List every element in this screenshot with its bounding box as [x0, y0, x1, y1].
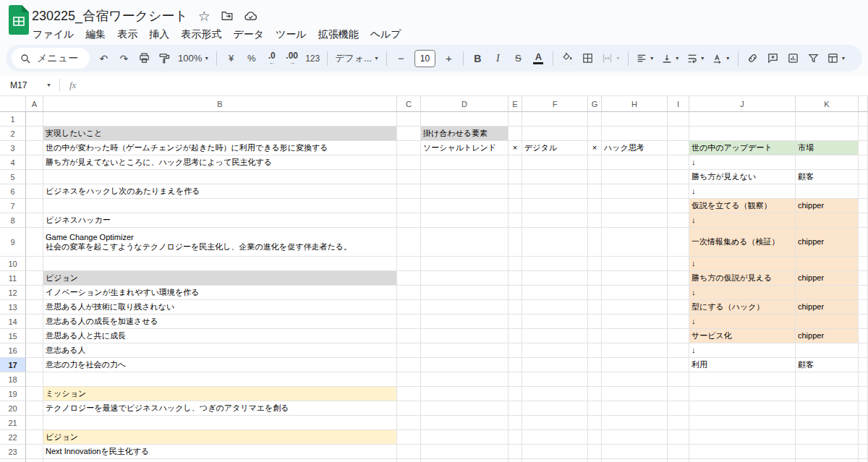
cell-C22[interactable]: [397, 430, 421, 445]
row-header-2[interactable]: 2: [0, 127, 26, 141]
cell-L1[interactable]: [859, 112, 868, 127]
cell-K23[interactable]: [796, 445, 859, 459]
cell-C5[interactable]: [397, 170, 421, 184]
cell-A15[interactable]: [26, 329, 43, 343]
row-header-5[interactable]: 5: [0, 170, 26, 184]
cell-D21[interactable]: [421, 416, 509, 430]
table-button[interactable]: ▼: [825, 48, 848, 68]
cell-D12[interactable]: [421, 286, 509, 300]
cell-G3[interactable]: ×: [588, 141, 602, 155]
cell-K22[interactable]: [796, 430, 859, 445]
cell-G10[interactable]: [588, 257, 602, 271]
cell-G5[interactable]: [588, 170, 602, 184]
cell-A3[interactable]: [26, 141, 43, 155]
cell-B7[interactable]: [43, 199, 397, 213]
menu-extensions[interactable]: 拡張機能: [312, 26, 365, 43]
paint-format-button[interactable]: [156, 48, 174, 68]
cell-L15[interactable]: [859, 329, 868, 343]
cell-J6[interactable]: ↓: [689, 184, 796, 199]
search-menus-button[interactable]: メニュー: [12, 48, 90, 69]
cell-F19[interactable]: [522, 387, 588, 401]
increase-decimal-button[interactable]: .00→: [283, 48, 301, 68]
format-currency-button[interactable]: ¥: [222, 48, 240, 68]
cell-B10[interactable]: [43, 257, 397, 271]
cell-C4[interactable]: [397, 155, 421, 170]
cell-L23[interactable]: [859, 445, 868, 459]
cell-C8[interactable]: [397, 213, 421, 228]
increase-font-size-button[interactable]: +: [440, 48, 458, 68]
chevron-down-icon[interactable]: ▼: [46, 82, 51, 87]
cell-F4[interactable]: [522, 155, 588, 170]
cell-L18[interactable]: [859, 372, 868, 387]
print-button[interactable]: [135, 48, 153, 68]
cell-G20[interactable]: [588, 401, 602, 416]
cell-D19[interactable]: [421, 387, 509, 401]
italic-button[interactable]: I: [489, 48, 507, 68]
cell-L4[interactable]: [859, 155, 868, 170]
column-header-partial[interactable]: [859, 96, 868, 112]
cell-I20[interactable]: [668, 401, 689, 416]
menu-help[interactable]: ヘルプ: [365, 26, 407, 43]
row-header-4[interactable]: 4: [0, 155, 26, 170]
menu-edit[interactable]: 編集: [80, 26, 111, 43]
cell-L8[interactable]: [859, 213, 868, 228]
cell-K9[interactable]: chipper: [796, 228, 859, 257]
cell-K16[interactable]: [796, 343, 859, 358]
cell-K1[interactable]: [796, 112, 859, 127]
column-header-A[interactable]: A: [26, 96, 43, 112]
cell-J16[interactable]: ↓: [689, 343, 796, 358]
cell-G24[interactable]: [588, 459, 602, 462]
cell-H7[interactable]: [602, 199, 668, 213]
column-header-H[interactable]: H: [602, 96, 668, 112]
cell-H17[interactable]: [602, 358, 668, 372]
cell-J4[interactable]: ↓: [689, 155, 796, 170]
cell-E21[interactable]: [509, 416, 522, 430]
cell-A17[interactable]: [26, 358, 43, 372]
cell-A18[interactable]: [26, 372, 43, 387]
cell-E15[interactable]: [509, 329, 522, 343]
cell-G12[interactable]: [588, 286, 602, 300]
cell-G8[interactable]: [588, 213, 602, 228]
cell-B3[interactable]: 世の中が変わった時（ゲームチェンジが起きた時）に利用できる形に変換する: [43, 141, 397, 155]
cell-D22[interactable]: [421, 430, 509, 445]
cell-A4[interactable]: [26, 155, 43, 170]
cell-C14[interactable]: [397, 315, 421, 329]
cell-G15[interactable]: [588, 329, 602, 343]
cell-I23[interactable]: [668, 445, 689, 459]
bold-button[interactable]: B: [469, 48, 487, 68]
cell-E17[interactable]: [509, 358, 522, 372]
row-header-13[interactable]: 13: [0, 300, 26, 315]
cell-A7[interactable]: [26, 199, 43, 213]
cell-C2[interactable]: [397, 127, 421, 141]
cell-L12[interactable]: [859, 286, 868, 300]
cell-D2[interactable]: 掛け合わせる要素: [421, 127, 509, 141]
cell-I19[interactable]: [668, 387, 689, 401]
number-format-button[interactable]: 123: [303, 48, 322, 68]
cell-D16[interactable]: [421, 343, 509, 358]
cell-J15[interactable]: サービス化: [689, 329, 796, 343]
cell-C20[interactable]: [397, 401, 421, 416]
cell-J17[interactable]: 利用: [689, 358, 796, 372]
cell-C3[interactable]: [397, 141, 421, 155]
cell-C7[interactable]: [397, 199, 421, 213]
cell-C12[interactable]: [397, 286, 421, 300]
cell-H8[interactable]: [602, 213, 668, 228]
cell-J11[interactable]: 勝ち方の仮説が見える: [689, 271, 796, 286]
cell-B13[interactable]: 意思ある人が技術に取り残されない: [43, 300, 397, 315]
cell-E9[interactable]: [509, 228, 522, 257]
cell-F14[interactable]: [522, 315, 588, 329]
cell-L24[interactable]: [859, 459, 868, 462]
cell-G6[interactable]: [588, 184, 602, 199]
cell-G14[interactable]: [588, 315, 602, 329]
cell-B19[interactable]: ミッション: [43, 387, 397, 401]
cell-H3[interactable]: ハック思考: [602, 141, 668, 155]
column-header-B[interactable]: B: [43, 96, 397, 112]
cell-E11[interactable]: [509, 271, 522, 286]
menu-data[interactable]: データ: [227, 26, 270, 43]
cell-D11[interactable]: [421, 271, 509, 286]
cell-H19[interactable]: [602, 387, 668, 401]
cell-D4[interactable]: [421, 155, 509, 170]
cell-I24[interactable]: [668, 459, 689, 462]
cell-B5[interactable]: [43, 170, 397, 184]
cell-K6[interactable]: [796, 184, 859, 199]
